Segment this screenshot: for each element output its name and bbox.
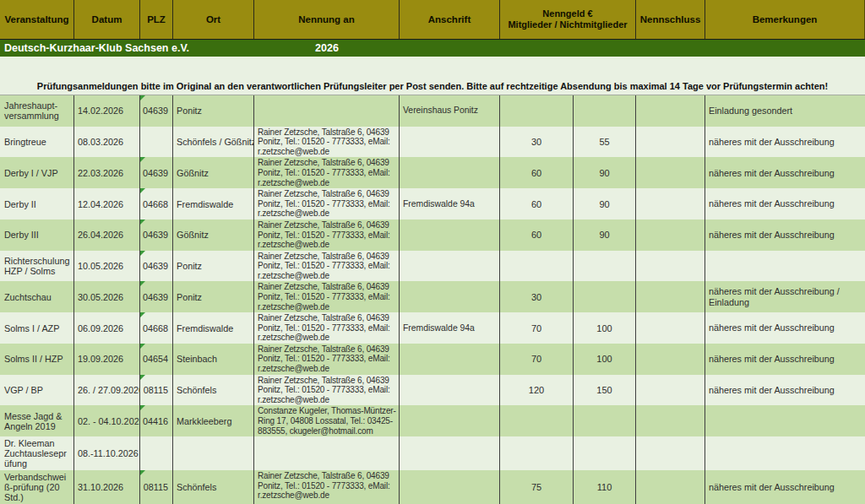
column-header-anschrift[interactable]: Anschrift [400, 0, 500, 39]
cell-bemerkungen[interactable] [705, 436, 865, 470]
cell-nenngeld-mitglieder[interactable]: 30 [500, 281, 574, 312]
cell-ort[interactable]: Steinbach [173, 344, 254, 375]
cell-veranstaltung[interactable]: Zuchtschau [0, 281, 74, 312]
cell-veranstaltung[interactable]: VGP / BP [0, 375, 74, 406]
cell-anschrift[interactable] [400, 127, 500, 158]
cell-nennschluss[interactable] [636, 312, 705, 344]
cell-nennung-an[interactable]: Rainer Zetzsche, Talstraße 6, 04639 Poni… [254, 281, 400, 312]
cell-ort[interactable]: Ponitz [173, 251, 254, 282]
cell-nenngeld-nichtmitglieder[interactable]: 150 [574, 375, 636, 406]
cell-nenngeld-nichtmitglieder[interactable]: 90 [574, 157, 636, 188]
cell-nennung-an[interactable]: Rainer Zetzsche, Talstraße 6, 04639 Poni… [254, 344, 400, 375]
column-header-ort[interactable]: Ort [173, 0, 254, 39]
cell-ort[interactable]: Fremdiswalde [173, 188, 254, 219]
cell-veranstaltung[interactable]: Derby II [0, 188, 74, 219]
cell-nenngeld-nichtmitglieder[interactable]: 100 [574, 344, 636, 375]
cell-ort[interactable]: Schönfels / Gößnitz [173, 127, 254, 158]
cell-plz[interactable] [140, 436, 173, 470]
cell-bemerkungen[interactable]: näheres mit der Ausschreibung / Einladun… [705, 281, 865, 312]
cell-anschrift[interactable]: Fremdiswalde 94a [400, 188, 500, 219]
cell-plz[interactable]: 04654 [140, 344, 173, 375]
cell-nennung-an[interactable]: Rainer Zetzsche, Talstraße 6, 04639 Poni… [254, 375, 400, 406]
cell-datum[interactable]: 14.02.2026 [74, 95, 140, 127]
cell-nennung-an[interactable] [254, 95, 400, 127]
cell-nenngeld-nichtmitglieder[interactable] [574, 405, 636, 436]
column-header-nenngeld[interactable]: Nenngeld € Mitglieder / Nichtmitglieder [500, 0, 636, 39]
cell-plz[interactable]: 04668 [140, 188, 173, 219]
cell-datum[interactable]: 22.03.2026 [74, 157, 140, 188]
cell-nenngeld-mitglieder[interactable] [500, 436, 574, 470]
cell-nennschluss[interactable] [636, 95, 705, 127]
cell-ort[interactable]: Gößnitz [173, 157, 254, 188]
cell-nennung-an[interactable]: Rainer Zetzsche, Talstraße 6, 04639 Poni… [254, 470, 400, 504]
cell-nennung-an[interactable] [254, 436, 400, 470]
cell-anschrift[interactable] [400, 157, 500, 188]
cell-veranstaltung[interactable]: Bringtreue [0, 127, 74, 158]
cell-plz[interactable]: 08115 [140, 375, 173, 406]
cell-nenngeld-nichtmitglieder[interactable] [574, 251, 636, 282]
cell-nennschluss[interactable] [636, 405, 705, 436]
cell-veranstaltung[interactable]: Solms I / AZP [0, 312, 74, 344]
cell-datum[interactable]: 12.04.2026 [74, 188, 140, 219]
cell-nenngeld-nichtmitglieder[interactable]: 90 [574, 188, 636, 219]
cell-anschrift[interactable] [400, 344, 500, 375]
cell-bemerkungen[interactable]: näheres mit der Ausschreibung [705, 375, 865, 406]
cell-nenngeld-mitglieder[interactable]: 60 [500, 157, 574, 188]
cell-nenngeld-nichtmitglieder[interactable] [574, 281, 636, 312]
cell-bemerkungen[interactable]: näheres mit der Ausschreibung [705, 127, 865, 158]
cell-anschrift[interactable] [400, 436, 500, 470]
cell-datum[interactable]: 10.05.2026 [74, 251, 140, 282]
cell-nenngeld-mitglieder[interactable]: 60 [500, 219, 574, 251]
cell-veranstaltung[interactable]: Verbandschweiß-prüfung (20 Std.) [0, 470, 74, 504]
cell-nennung-an[interactable]: Rainer Zetzsche, Talstraße 6, 04639 Poni… [254, 251, 400, 282]
cell-ort[interactable]: Gößnitz [173, 219, 254, 251]
cell-plz[interactable]: 04668 [140, 312, 173, 344]
cell-nenngeld-mitglieder[interactable]: 70 [500, 344, 574, 375]
cell-datum[interactable]: 06.09.2026 [74, 312, 140, 344]
cell-nenngeld-mitglieder[interactable]: 70 [500, 312, 574, 344]
cell-plz[interactable]: 04416 [140, 405, 173, 436]
cell-datum[interactable]: 26. / 27.09.2026 [74, 375, 140, 406]
cell-bemerkungen[interactable]: näheres mit der Ausschreibung [705, 312, 865, 344]
cell-anschrift[interactable]: Fremdiswalde 94a [400, 312, 500, 344]
cell-ort[interactable]: Schönfels [173, 470, 254, 504]
cell-nennschluss[interactable] [636, 436, 705, 470]
cell-veranstaltung[interactable]: Derby I / VJP [0, 157, 74, 188]
cell-plz[interactable]: 04639 [140, 95, 173, 127]
cell-anschrift[interactable] [400, 375, 500, 406]
cell-nennschluss[interactable] [636, 157, 705, 188]
cell-nenngeld-nichtmitglieder[interactable]: 100 [574, 312, 636, 344]
cell-nennung-an[interactable]: Rainer Zetzsche, Talstraße 6, 04639 Poni… [254, 157, 400, 188]
cell-anschrift[interactable]: Vereinshaus Ponitz [400, 95, 500, 127]
cell-anschrift[interactable] [400, 470, 500, 504]
cell-nenngeld-mitglieder[interactable] [500, 95, 574, 127]
cell-bemerkungen[interactable]: näheres mit der Ausschreibung [705, 344, 865, 375]
cell-ort[interactable] [173, 436, 254, 470]
cell-nennschluss[interactable] [636, 470, 705, 504]
cell-datum[interactable]: 31.10.2026 [74, 470, 140, 504]
cell-nenngeld-mitglieder[interactable]: 120 [500, 375, 574, 406]
cell-anschrift[interactable] [400, 281, 500, 312]
cell-plz[interactable]: 04639 [140, 251, 173, 282]
cell-nennschluss[interactable] [636, 127, 705, 158]
cell-veranstaltung[interactable]: Dr. Kleeman Zuchtausleseprüfung [0, 436, 74, 470]
cell-nenngeld-nichtmitglieder[interactable]: 110 [574, 470, 636, 504]
column-header-nennschluss[interactable]: Nennschluss [636, 0, 705, 39]
cell-nenngeld-mitglieder[interactable] [500, 405, 574, 436]
cell-bemerkungen[interactable] [705, 405, 865, 436]
column-header-veranstaltung[interactable]: Veranstaltung [0, 0, 74, 39]
cell-datum[interactable]: 02. - 04.10.2026 [74, 405, 140, 436]
cell-nennschluss[interactable] [636, 219, 705, 251]
cell-plz[interactable]: 08115 [140, 470, 173, 504]
cell-datum[interactable]: 26.04.2026 [74, 219, 140, 251]
cell-bemerkungen[interactable]: Einladung gesondert [705, 95, 865, 127]
cell-veranstaltung[interactable]: Derby III [0, 219, 74, 251]
cell-veranstaltung[interactable]: Solms II / HZP [0, 344, 74, 375]
cell-anschrift[interactable] [400, 251, 500, 282]
cell-nenngeld-mitglieder[interactable]: 30 [500, 127, 574, 158]
cell-veranstaltung[interactable]: Richterschulung HZP / Solms [0, 251, 74, 282]
column-header-plz[interactable]: PLZ [140, 0, 173, 39]
cell-ort[interactable]: Schönfels [173, 375, 254, 406]
cell-nennung-an[interactable]: Rainer Zetzsche, Talstraße 6, 04639 Poni… [254, 188, 400, 219]
cell-nenngeld-nichtmitglieder[interactable] [574, 436, 636, 470]
